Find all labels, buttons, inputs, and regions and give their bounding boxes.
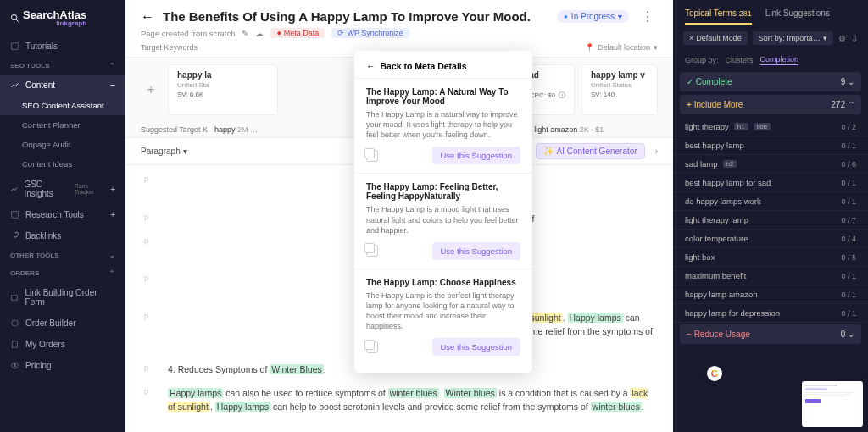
suggestion-card: The Happy Lamp: Feeling Better, Feeling … — [354, 173, 532, 268]
left-sidebar: SearchAtlaslinkgraph Tutorials SEO TOOLS… — [0, 0, 125, 432]
nav-my-orders[interactable]: My Orders — [0, 334, 125, 355]
nav-content-planner[interactable]: Content Planner — [0, 115, 125, 135]
section-complete[interactable]: ✓ Complete9 ⌄ — [680, 72, 861, 91]
terms-list: light therapy h1 title0 / 2best happy la… — [673, 118, 868, 323]
copy-icon[interactable] — [366, 341, 378, 353]
nav-content-ideas[interactable]: Content Ideas — [0, 154, 125, 174]
term-row[interactable]: light therapy h1 title0 / 2 — [673, 118, 868, 136]
nav-section-seo[interactable]: SEO TOOLS⌃ — [0, 57, 125, 75]
ai-generator-button[interactable]: ✨ AI Content Generator — [536, 143, 645, 159]
add-keyword-button[interactable]: + — [141, 64, 161, 115]
group-by: Group by: Clusters Completion — [673, 52, 868, 72]
svg-rect-3 — [12, 212, 18, 218]
google-badge[interactable]: G — [707, 366, 722, 381]
sort-chip[interactable]: Sort by: Importa… ▾ — [753, 31, 833, 45]
term-row[interactable]: best happy lamp for sad 0 / 1 — [673, 174, 868, 192]
nav-gsc[interactable]: GSC InsightsRank Tracker+ — [0, 174, 125, 204]
term-row[interactable]: light therapy lamp 0 / 7 — [673, 211, 868, 230]
back-icon[interactable]: ← — [141, 9, 154, 25]
term-row[interactable]: happy lamp amazon 0 / 1 — [673, 285, 868, 304]
use-suggestion-button[interactable]: Use this Suggestion — [432, 242, 521, 260]
more-icon[interactable]: ⋮ — [637, 8, 658, 25]
nav-onpage-audit[interactable]: Onpage Audit — [0, 135, 125, 154]
svg-rect-6 — [12, 341, 17, 347]
page-title: The Benefits Of Using A Happy Lamp To Im… — [163, 9, 531, 24]
keyword-card[interactable]: happy la United Sta SV: 6.6K — [168, 64, 278, 115]
copy-icon[interactable] — [366, 245, 378, 257]
suggested-kw[interactable]: happy 2M … — [214, 125, 258, 134]
suggestions-popover: ← Back to Meta Details The Happy Lamp: A… — [354, 51, 532, 373]
term-row[interactable]: maximum benefit 0 / 1 — [673, 267, 868, 285]
status-badge[interactable]: In Progress ▾ — [557, 10, 629, 23]
main-area: ← The Benefits Of Using A Happy Lamp To … — [125, 0, 673, 432]
suggestion-card: The Happy Lamp: Choose Happiness The Hap… — [354, 269, 532, 365]
nav-content[interactable]: Content− — [0, 75, 125, 96]
term-row[interactable]: sad lamp h20 / 6 — [673, 155, 868, 174]
svg-point-5 — [12, 320, 18, 326]
page-subtitle: Page created from scratch — [141, 29, 235, 38]
location-selector[interactable]: 📍 Default location ▾ — [585, 43, 658, 52]
page-header: ← The Benefits Of Using A Happy Lamp To … — [125, 0, 673, 58]
gear-icon[interactable]: ⚙ — [838, 34, 846, 43]
next-icon[interactable]: › — [655, 147, 658, 156]
right-sidebar: Topical Terms 281 Link Suggestions × Def… — [673, 0, 868, 432]
svg-line-1 — [16, 19, 19, 21]
nav-section-orders[interactable]: ORDERS⌃ — [0, 264, 125, 282]
paragraph-select[interactable]: Paragraph ▾ — [141, 147, 187, 156]
edit-icon[interactable]: ✎ — [242, 29, 248, 38]
nav-backlinks[interactable]: Backlinks — [0, 225, 125, 246]
nav-tutorials[interactable]: Tutorials — [0, 36, 125, 57]
suggestion-card: The Happy Lamp: A Natural Way To Improve… — [354, 78, 532, 173]
back-to-meta[interactable]: ← Back to Meta Details — [354, 59, 532, 78]
svg-point-0 — [11, 14, 16, 19]
section-reduce-usage[interactable]: − Reduce Usage0 ⌄ — [680, 324, 861, 344]
tab-topical-terms[interactable]: Topical Terms 281 — [685, 8, 752, 25]
default-mode-chip[interactable]: × Default Mode — [683, 31, 748, 45]
group-completion[interactable]: Completion — [760, 55, 799, 65]
wp-sync-pill[interactable]: ⟳ WP Synchronize — [331, 28, 409, 38]
nav-order-builder[interactable]: Order Builder — [0, 313, 125, 334]
export-icon[interactable]: ⇩ — [851, 34, 858, 43]
svg-rect-4 — [12, 295, 18, 299]
term-row[interactable]: do happy lamps work 0 / 1 — [673, 192, 868, 211]
nav-pricing[interactable]: $Pricing — [0, 355, 125, 376]
term-row[interactable]: best happy lamp 0 / 1 — [673, 136, 868, 155]
preview-thumbnail[interactable] — [802, 381, 863, 427]
svg-text:$: $ — [14, 363, 16, 368]
logo[interactable]: SearchAtlaslinkgraph — [0, 0, 125, 36]
section-include-more[interactable]: + Include More272 ⌃ — [680, 95, 861, 114]
meta-data-pill[interactable]: ● Meta Data — [270, 28, 325, 38]
group-clusters[interactable]: Clusters — [726, 56, 754, 64]
tab-link-suggestions[interactable]: Link Suggestions — [765, 8, 830, 25]
term-row[interactable]: light box 0 / 5 — [673, 248, 868, 267]
copy-icon[interactable] — [366, 150, 378, 162]
use-suggestion-button[interactable]: Use this Suggestion — [432, 147, 521, 164]
cloud-icon[interactable]: ☁ — [255, 29, 264, 38]
nav-seo-content-assistant[interactable]: SEO Content Assistant — [0, 96, 125, 115]
nav-link-building[interactable]: Link Building Order Form — [0, 282, 125, 313]
keyword-card[interactable]: happy lamp v United States SV: 140 — [581, 64, 658, 115]
term-row[interactable]: happy lamp for depression 0 / 1 — [673, 304, 868, 323]
term-row[interactable]: color temperature 0 / 4 — [673, 230, 868, 248]
svg-rect-2 — [12, 43, 18, 49]
nav-section-other[interactable]: OTHER TOOLS⌄ — [0, 246, 125, 264]
target-keywords-label: Target Keywords — [141, 43, 198, 52]
nav-research[interactable]: Research Tools+ — [0, 204, 125, 225]
use-suggestion-button[interactable]: Use this Suggestion — [432, 338, 521, 356]
